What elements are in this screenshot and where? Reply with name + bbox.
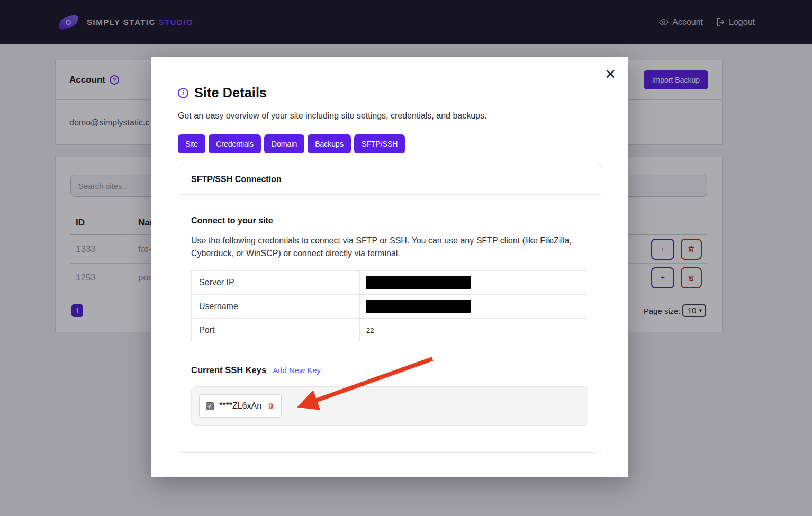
- connect-description: Use the following credentials to connect…: [191, 234, 585, 260]
- modal-title: Site Details: [194, 85, 267, 101]
- connection-card-header: SFTP/SSH Connection: [178, 164, 601, 195]
- port-value: 22: [366, 327, 374, 334]
- tab-site[interactable]: Site: [178, 134, 205, 153]
- ssh-keys-heading-row: Current SSH Keys Add New Key: [191, 365, 588, 375]
- app-screen: SIMPLY STATIC STUDIO Account Logout: [0, 0, 812, 516]
- close-icon[interactable]: ✕: [605, 67, 616, 81]
- server-ip-row: Server IP: [192, 271, 588, 295]
- credentials-table: Server IP Username Port 22: [191, 270, 588, 342]
- site-details-modal: ✕ i Site Details Get an easy overview of…: [151, 57, 628, 477]
- ssh-keys-panel: ✓ ****ZL6xAn: [191, 386, 588, 426]
- add-new-key-link[interactable]: Add New Key: [273, 366, 321, 375]
- connection-card-body: Connect to your site Use the following c…: [178, 216, 601, 426]
- ssh-keys-heading: Current SSH Keys: [191, 365, 266, 375]
- modal-body: i Site Details Get an easy overview of y…: [151, 57, 628, 453]
- ssh-key-checkbox[interactable]: ✓: [206, 402, 214, 410]
- tab-sftp-ssh[interactable]: SFTP/SSH: [354, 134, 405, 153]
- username-label: Username: [192, 295, 360, 319]
- username-redacted-value: [366, 300, 471, 313]
- modal-tabs: Site Credentials Domain Backups SFTP/SSH: [178, 134, 601, 153]
- tab-domain[interactable]: Domain: [264, 134, 304, 153]
- server-ip-redacted-value: [366, 276, 471, 289]
- server-ip-label: Server IP: [192, 271, 360, 295]
- port-row: Port 22: [192, 319, 588, 342]
- tab-backups[interactable]: Backups: [308, 134, 351, 153]
- trash-icon: [267, 402, 275, 410]
- delete-key-button[interactable]: [267, 402, 275, 410]
- modal-description: Get an easy overview of your site includ…: [178, 111, 601, 121]
- sftp-ssh-connection-card: SFTP/SSH Connection Connect to your site…: [178, 164, 601, 453]
- ssh-key-label: ****ZL6xAn: [219, 401, 261, 411]
- username-row: Username: [192, 295, 588, 319]
- modal-title-row: i Site Details: [178, 85, 601, 101]
- info-icon: i: [178, 88, 188, 98]
- port-label: Port: [192, 319, 360, 342]
- ssh-key-item: ✓ ****ZL6xAn: [199, 394, 282, 418]
- tab-credentials[interactable]: Credentials: [209, 134, 261, 153]
- connect-heading: Connect to your site: [191, 216, 588, 225]
